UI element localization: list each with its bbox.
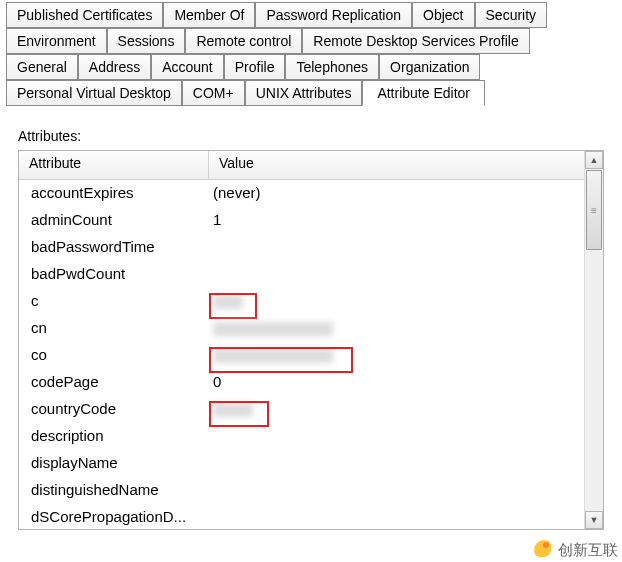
attribute-value: 0 <box>209 373 585 390</box>
redacted-value <box>213 403 253 417</box>
attributes-label: Attributes: <box>18 128 604 144</box>
tab-member-of[interactable]: Member Of <box>163 2 255 28</box>
tab-published-certificates[interactable]: Published Certificates <box>6 2 163 28</box>
redacted-value <box>213 322 333 336</box>
attribute-name: c <box>19 292 209 309</box>
tab-remote-desktop-services-profile[interactable]: Remote Desktop Services Profile <box>302 28 529 54</box>
attribute-name: description <box>19 427 209 444</box>
table-row[interactable]: countryCode <box>19 395 585 422</box>
column-header-value[interactable]: Value <box>209 151 603 179</box>
listview-header: Attribute Value <box>19 151 603 180</box>
table-row[interactable]: co <box>19 341 585 368</box>
tab-organization[interactable]: Organization <box>379 54 480 80</box>
attribute-value <box>209 400 585 417</box>
table-row[interactable]: distinguishedName <box>19 476 585 503</box>
tab-content: Attributes: Attribute Value accountExpir… <box>0 106 622 530</box>
redacted-value <box>213 349 333 363</box>
attribute-name: displayName <box>19 454 209 471</box>
tab-general[interactable]: General <box>6 54 78 80</box>
attributes-listview[interactable]: Attribute Value accountExpires(never)adm… <box>18 150 604 530</box>
scroll-thumb[interactable] <box>586 170 602 250</box>
scroll-up-button[interactable]: ▲ <box>585 151 603 169</box>
column-header-attribute[interactable]: Attribute <box>19 151 209 179</box>
attribute-value: (never) <box>209 184 585 201</box>
tab-sessions[interactable]: Sessions <box>107 28 186 54</box>
tab-environment[interactable]: Environment <box>6 28 107 54</box>
tab-account[interactable]: Account <box>151 54 224 80</box>
table-row[interactable]: description <box>19 422 585 449</box>
tab-strip: Published CertificatesMember OfPassword … <box>0 0 622 106</box>
attribute-name: cn <box>19 319 209 336</box>
tab-attribute-editor[interactable]: Attribute Editor <box>362 80 485 106</box>
table-row[interactable]: badPasswordTime <box>19 233 585 260</box>
tab-security[interactable]: Security <box>475 2 548 28</box>
tab-address[interactable]: Address <box>78 54 151 80</box>
attribute-name: accountExpires <box>19 184 209 201</box>
tab-password-replication[interactable]: Password Replication <box>255 2 412 28</box>
table-row[interactable]: accountExpires(never) <box>19 179 585 206</box>
attribute-name: countryCode <box>19 400 209 417</box>
attribute-name: dSCorePropagationD... <box>19 508 209 525</box>
attribute-name: codePage <box>19 373 209 390</box>
attribute-value <box>209 292 585 309</box>
attribute-name: adminCount <box>19 211 209 228</box>
attribute-name: distinguishedName <box>19 481 209 498</box>
redacted-value <box>213 295 243 309</box>
table-row[interactable]: dSCorePropagationD... <box>19 503 585 529</box>
attribute-name: badPwdCount <box>19 265 209 282</box>
tab-com-[interactable]: COM+ <box>182 80 245 106</box>
tab-unix-attributes[interactable]: UNIX Attributes <box>245 80 363 106</box>
attribute-name: badPasswordTime <box>19 238 209 255</box>
tab-telephones[interactable]: Telephones <box>285 54 379 80</box>
watermark-text: 创新互联 <box>558 541 618 560</box>
vertical-scrollbar[interactable]: ▲ ▼ <box>584 151 603 529</box>
table-row[interactable]: badPwdCount <box>19 260 585 287</box>
tab-object[interactable]: Object <box>412 2 474 28</box>
table-row[interactable]: displayName <box>19 449 585 476</box>
watermark-logo-icon <box>534 540 554 560</box>
tab-personal-virtual-desktop[interactable]: Personal Virtual Desktop <box>6 80 182 106</box>
watermark: 创新互联 <box>534 540 618 560</box>
table-row[interactable]: c <box>19 287 585 314</box>
scroll-down-button[interactable]: ▼ <box>585 511 603 529</box>
attribute-value <box>209 346 585 363</box>
table-row[interactable]: codePage0 <box>19 368 585 395</box>
tab-profile[interactable]: Profile <box>224 54 286 80</box>
attribute-name: co <box>19 346 209 363</box>
tab-remote-control[interactable]: Remote control <box>185 28 302 54</box>
listview-body: accountExpires(never)adminCount1badPassw… <box>19 179 585 529</box>
table-row[interactable]: cn <box>19 314 585 341</box>
table-row[interactable]: adminCount1 <box>19 206 585 233</box>
attribute-value <box>209 319 585 336</box>
attribute-value: 1 <box>209 211 585 228</box>
